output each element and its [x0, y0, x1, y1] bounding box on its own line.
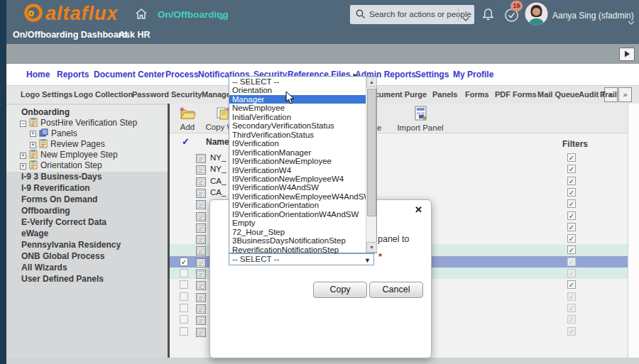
- sidebar-item-e-verify-correct-data[interactable]: E-Verify Correct Data: [21, 217, 106, 227]
- nav-item-settings[interactable]: Settings: [415, 70, 449, 79]
- nav-page-next-button[interactable]: »: [618, 87, 632, 102]
- dropdown-option-i9verificationw4[interactable]: I9VerificationW4: [229, 166, 366, 175]
- scroll-up-icon[interactable]: ▲: [366, 77, 377, 87]
- nav-item-my-profile[interactable]: My Profile: [453, 70, 493, 79]
- dropdown-option-manager[interactable]: Manager: [229, 95, 366, 104]
- dropdown-option-i9verificationorientation[interactable]: I9VerificationOrientation: [229, 201, 366, 209]
- dropdown-option-i9verificationnewemployeew4andsw[interactable]: I9VerificationNewEmployeeW4AndSW: [229, 192, 366, 201]
- scroll-down-icon[interactable]: ▼: [366, 242, 377, 253]
- filter-checkbox[interactable]: ✓: [567, 327, 576, 336]
- row-checkbox[interactable]: ✓: [180, 258, 188, 266]
- dropdown-option-initialverification[interactable]: InitialVerification: [229, 113, 366, 121]
- row-checkbox[interactable]: [180, 304, 188, 312]
- dropdown-option-empty[interactable]: Empty: [229, 219, 366, 227]
- notifications-bell-icon[interactable]: [482, 8, 494, 24]
- sidebar-item-forms-on-demand[interactable]: Forms On Demand: [21, 194, 97, 204]
- target-step-select[interactable]: -- SELECT -- ▼: [229, 253, 374, 265]
- tree-item-panels[interactable]: +Panels: [30, 128, 77, 139]
- tree-item-review-pages[interactable]: +Review Pages: [30, 139, 105, 150]
- collapse-icon[interactable]: −: [20, 121, 26, 127]
- tree-item-orientation-step[interactable]: +Orientation Step: [20, 160, 102, 171]
- expand-panel-button[interactable]: [619, 48, 635, 61]
- nav-item-process[interactable]: Process: [165, 70, 199, 79]
- filter-checkbox[interactable]: ✓: [567, 177, 576, 185]
- filter-checkbox[interactable]: ✓: [567, 304, 576, 312]
- nav2-item-panels[interactable]: Panels: [432, 90, 457, 99]
- sidebar-item-user-defined-panels[interactable]: User Defined Panels: [21, 274, 104, 284]
- dropdown-option-i9verificationw4andsw[interactable]: I9VerificationW4AndSW: [229, 183, 366, 192]
- search-input[interactable]: Search for actions or people: [350, 5, 474, 24]
- dropdown-option-i9verificationmanager[interactable]: I9VerificationManager: [229, 148, 366, 157]
- dropdown-scrollbar[interactable]: ▲ ▼: [366, 77, 376, 253]
- nav2-item-p[interactable]: P: [600, 90, 604, 99]
- dropdown-option-72-hour-step[interactable]: 72_Hour_Step: [229, 228, 366, 236]
- nav-item-home[interactable]: Home: [26, 70, 50, 79]
- nav-item-document-center[interactable]: Document Center: [94, 70, 165, 79]
- expand-icon[interactable]: +: [20, 153, 26, 159]
- sidebar-item-ewage[interactable]: eWage: [21, 228, 48, 238]
- expand-icon[interactable]: +: [30, 142, 36, 148]
- nav2-item-mail-queue[interactable]: Mail Queue: [537, 90, 579, 99]
- right-scroll-gutter[interactable]: [628, 104, 639, 358]
- row-checkbox[interactable]: [180, 327, 188, 336]
- filter-checkbox[interactable]: ✓: [567, 199, 576, 208]
- search-scope-chevron-icon[interactable]: [462, 12, 469, 25]
- tab-ask-hr[interactable]: Ask HR: [119, 30, 150, 40]
- avatar[interactable]: [525, 2, 548, 28]
- select-all-mark[interactable]: ✓: [182, 136, 190, 147]
- row-checkbox[interactable]: [180, 269, 188, 277]
- filter-checkbox[interactable]: ✓: [567, 280, 576, 289]
- dropdown-option-i9verification[interactable]: I9Verification: [229, 139, 366, 148]
- dropdown-option-secondaryverificationstatus[interactable]: SecondaryVerificationStatus: [229, 121, 366, 130]
- nav2-item-audit-trail[interactable]: Audit Trail: [579, 90, 617, 99]
- dropdown-option-3businessdaysnotificationstep[interactable]: 3BusinessDaysNotificationStep: [229, 236, 366, 245]
- dropdown-option-thirdverificationstatus[interactable]: ThirdVerificationStatus: [229, 131, 366, 139]
- row-checkbox[interactable]: [180, 280, 188, 289]
- nav2-item-password-security[interactable]: Password Security: [132, 90, 202, 99]
- dropdown-option-i9verificationorientationw4andsw[interactable]: I9VerificationOrientationW4AndSW: [229, 210, 366, 219]
- nav2-item-pdf-forms[interactable]: PDF Forms: [495, 90, 537, 99]
- expand-icon[interactable]: +: [30, 131, 36, 137]
- filter-checkbox[interactable]: ✓: [567, 246, 576, 254]
- dropdown-option-i9verificationnewemployeew4[interactable]: I9VerificationNewEmployeeW4: [229, 175, 366, 183]
- chevron-down-icon[interactable]: [217, 11, 225, 23]
- filter-checkbox[interactable]: ✓: [567, 153, 576, 162]
- copy-button[interactable]: Copy: [313, 282, 367, 298]
- cancel-button[interactable]: Cancel: [369, 282, 423, 298]
- sidebar-item-onb-global-process[interactable]: ONB Global Process: [21, 251, 104, 261]
- nav2-item-forms[interactable]: Forms: [465, 90, 489, 99]
- expand-icon[interactable]: +: [20, 163, 26, 170]
- sidebar-item-i-9-3-business-days[interactable]: I-9 3 Business-Days: [21, 172, 102, 182]
- dropdown-option-select[interactable]: -- SELECT --: [229, 77, 366, 86]
- filter-checkbox[interactable]: ✓: [567, 211, 576, 220]
- row-checkbox[interactable]: [180, 292, 188, 301]
- dropdown-option-reverificationnotificationstep[interactable]: ReverificationNotificationStep: [229, 246, 366, 254]
- row-checkbox[interactable]: [180, 315, 188, 324]
- filter-checkbox[interactable]: ✓: [567, 269, 576, 277]
- tree-item-posthire-verification-step[interactable]: −PostHire Verification Step: [20, 118, 137, 128]
- filter-checkbox[interactable]: ✓: [567, 258, 576, 266]
- sidebar-item-all-wizards[interactable]: All Wizards: [21, 263, 67, 272]
- dropdown-option-newemployee[interactable]: NewEmployee: [229, 104, 366, 112]
- filter-checkbox[interactable]: ✓: [567, 292, 576, 301]
- sidebar-item-i-9-reverification[interactable]: I-9 Reverification: [21, 183, 90, 193]
- filter-checkbox[interactable]: ✓: [567, 315, 576, 324]
- scrollbar-thumb[interactable]: [367, 89, 376, 216]
- user-chevron-icon[interactable]: [628, 16, 635, 28]
- home-icon[interactable]: [135, 8, 148, 23]
- dropdown-option-orientation[interactable]: Orientation: [229, 86, 366, 94]
- filter-checkbox[interactable]: ✓: [567, 223, 576, 231]
- filter-checkbox[interactable]: ✓: [567, 165, 576, 173]
- nav2-item-logo-settings[interactable]: Logo Settings: [21, 90, 72, 99]
- filter-checkbox[interactable]: ✓: [567, 234, 576, 243]
- sidebar-item-pennsylvania-residency[interactable]: Pennsylvania Residency: [21, 240, 121, 250]
- close-icon[interactable]: ✕: [415, 204, 422, 215]
- tab-onoffboarding-dashboard[interactable]: On/Offboarding Dashboard: [13, 30, 127, 40]
- nav2-item-logo-collection[interactable]: Logo Collection: [74, 90, 133, 99]
- filter-checkbox[interactable]: ✓: [567, 188, 576, 197]
- user-menu[interactable]: Aanya Sing (sfadmin): [552, 11, 634, 21]
- tree-item-new-employee-step[interactable]: +New Employee Step: [20, 150, 118, 160]
- sidebar-item-offboarding[interactable]: Offboarding: [21, 206, 70, 216]
- nav-item-reports[interactable]: Reports: [57, 70, 89, 79]
- dropdown-option-i9verificationnewemployee[interactable]: I9VerificationNewEmployee: [229, 157, 366, 165]
